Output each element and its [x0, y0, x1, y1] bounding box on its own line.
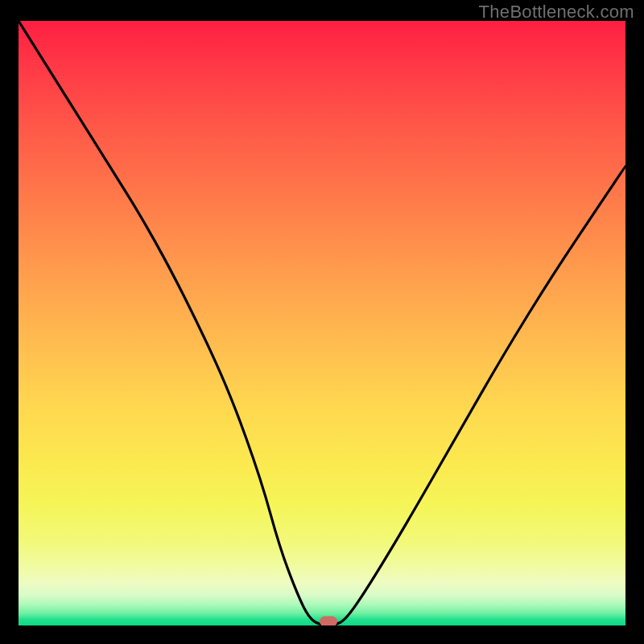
bottleneck-curve	[19, 21, 625, 625]
chart-frame: TheBottleneck.com	[0, 0, 644, 644]
optimal-point-marker	[320, 617, 337, 625]
watermark-text: TheBottleneck.com	[479, 2, 634, 23]
plot-area	[19, 21, 625, 625]
